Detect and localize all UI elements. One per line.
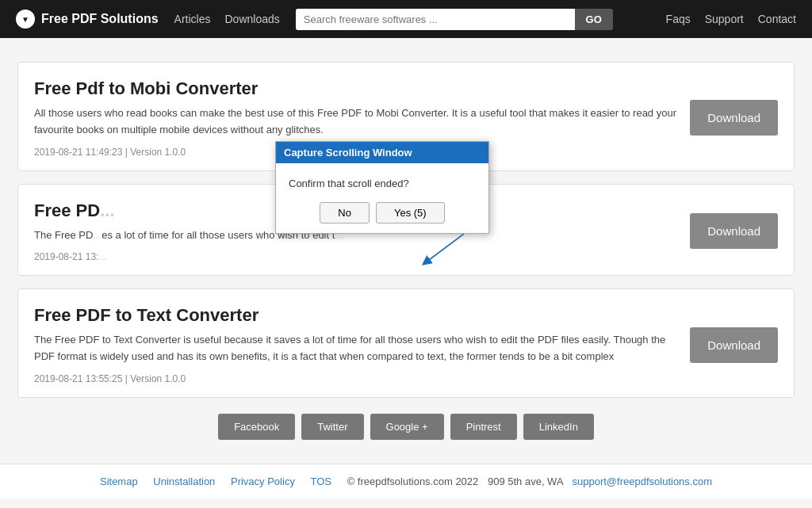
dialog-box: Capture Scrolling Window Confirm that sc… [275, 141, 489, 234]
social-pintrest[interactable]: Pintrest [450, 414, 517, 440]
nav-faqs[interactable]: Faqs [666, 13, 691, 25]
nav-articles[interactable]: Articles [174, 13, 211, 25]
footer: Sitemap Uninstallation Privacy Policy TO… [0, 464, 812, 498]
nav-contact[interactable]: Contact [758, 13, 796, 25]
navbar: Free PDF Solutions Articles Downloads GO… [0, 0, 812, 38]
svg-line-0 [426, 234, 464, 262]
nav-downloads[interactable]: Downloads [224, 13, 279, 25]
footer-sitemap[interactable]: Sitemap [100, 476, 138, 487]
dialog-buttons: No Yes (5) [289, 202, 476, 223]
search-input[interactable] [296, 9, 575, 30]
footer-email[interactable]: support@freepdfsolutions.com [573, 476, 713, 487]
nav-right: Faqs Support Contact [666, 13, 796, 25]
footer-uninstallation[interactable]: Uninstallation [153, 476, 215, 487]
dialog-overlay: Capture Scrolling Window Confirm that sc… [275, 141, 489, 234]
social-facebook[interactable]: Facebook [218, 414, 295, 440]
dialog-message: Confirm that scroll ended? [289, 178, 476, 189]
logo-icon [16, 10, 35, 29]
card-3-title: Free PDF to Text Converter [34, 305, 677, 326]
card-3-body: Free PDF to Text Converter The Free PDF … [34, 305, 677, 384]
footer-address: 909 5th ave, WA [488, 476, 563, 487]
dialog-arrow [410, 234, 473, 265]
dialog-yes-button[interactable]: Yes (5) [376, 202, 445, 223]
card-3: Free PDF to Text Converter The Free PDF … [17, 288, 795, 398]
download-button-3[interactable]: Download [690, 327, 778, 363]
download-button-2[interactable]: Download [690, 213, 778, 249]
dialog-body: Confirm that scroll ended? No Yes (5) [276, 163, 488, 233]
search-button[interactable]: GO [575, 9, 613, 30]
footer-copyright: © freepdfsolutions.com 2022 [347, 476, 479, 487]
nav-links: Articles Downloads [174, 13, 280, 25]
card-3-desc: The Free PDF to Text Converter is useful… [34, 332, 677, 365]
social-bar: Facebook Twitter Google + Pintrest Linke… [17, 414, 795, 440]
footer-links: Sitemap Uninstallation Privacy Policy TO… [94, 476, 718, 487]
card-3-meta: 2019-08-21 13:55:25 | Version 1.0.0 [34, 373, 677, 384]
card-2-meta: 2019-08-21 13:... [34, 251, 677, 262]
social-linkedin[interactable]: LinkedIn [523, 414, 594, 440]
nav-support[interactable]: Support [705, 13, 744, 25]
brand: Free PDF Solutions [16, 10, 159, 29]
footer-privacy[interactable]: Privacy Policy [231, 476, 295, 487]
footer-tos[interactable]: TOS [311, 476, 332, 487]
social-twitter[interactable]: Twitter [301, 414, 363, 440]
brand-label: Free PDF Solutions [41, 12, 159, 26]
dialog-no-button[interactable]: No [320, 202, 370, 223]
card-1-title: Free Pdf to Mobi Converter [34, 78, 677, 99]
social-google-plus[interactable]: Google + [370, 414, 444, 440]
card-1-desc: All those users who read books can make … [34, 105, 677, 139]
dialog-titlebar: Capture Scrolling Window [276, 142, 488, 163]
download-button-1[interactable]: Download [690, 100, 778, 136]
search-form: GO [296, 9, 613, 30]
main-content: Free Pdf to Mobi Converter All those use… [6, 62, 806, 440]
